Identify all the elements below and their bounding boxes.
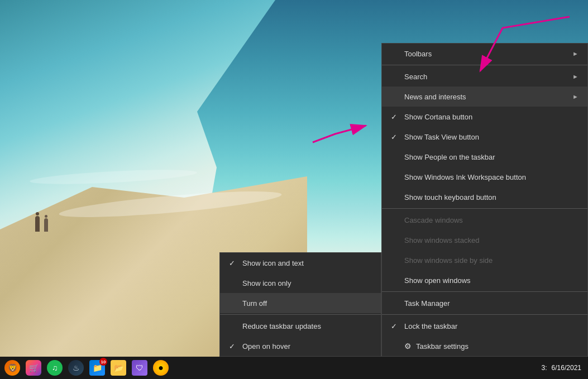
check-lock: ✓ bbox=[391, 322, 402, 330]
submenu-arrow-toolbars: ► bbox=[572, 50, 579, 57]
spotify-icon: ♫ bbox=[47, 360, 63, 376]
menu-item-stacked: Show windows stacked bbox=[382, 230, 587, 250]
submenu-item-open-hover[interactable]: ✓ Open on hover bbox=[220, 336, 381, 356]
check-placeholder bbox=[391, 50, 402, 58]
submenu-item-show-icon-only[interactable]: Show icon only bbox=[220, 273, 381, 293]
check-placeholder bbox=[391, 216, 402, 224]
taskbar-date: 6/16/2021 bbox=[552, 364, 581, 372]
check-placeholder bbox=[391, 173, 402, 181]
menu-item-toolbars[interactable]: Toolbars ► bbox=[382, 44, 587, 64]
taskbar-explorer[interactable]: 📂 bbox=[108, 358, 128, 378]
check-placeholder bbox=[391, 73, 402, 81]
menu-item-open-windows[interactable]: Show open windows bbox=[382, 270, 587, 290]
taskbar-brave[interactable]: 🦁 bbox=[2, 358, 22, 378]
menu-item-task-manager[interactable]: Task Manager bbox=[382, 293, 587, 313]
coin-icon: ● bbox=[153, 360, 169, 376]
menu-label-lock: Lock the taskbar bbox=[404, 322, 457, 330]
check-hover: ✓ bbox=[229, 342, 240, 351]
menu-label-touch-keyboard: Show touch keyboard button bbox=[404, 193, 496, 202]
taskbar-steam[interactable]: ♨ bbox=[66, 358, 86, 378]
menu-item-touch-keyboard[interactable]: Show touch keyboard button bbox=[382, 187, 587, 207]
brave-icon: 🦁 bbox=[4, 360, 20, 376]
taskbar: 🦁 🛒 ♫ ♨ 📁 10 📂 🛡 ● 3: 6/16/2021 bbox=[0, 357, 588, 379]
check-placeholder bbox=[391, 256, 402, 265]
check-cortana: ✓ bbox=[391, 113, 402, 121]
gear-icon: ⚙ bbox=[404, 342, 412, 351]
menu-item-lock-taskbar[interactable]: ✓ Lock the taskbar bbox=[382, 316, 587, 336]
check-placeholder bbox=[391, 236, 402, 244]
menu-item-side-by-side: Show windows side by side bbox=[382, 250, 587, 270]
sub-separator-1 bbox=[220, 314, 381, 315]
menu-item-cascade: Cascade windows bbox=[382, 210, 587, 230]
menu-label-task-manager: Task Manager bbox=[404, 299, 450, 308]
menu-item-people-taskbar[interactable]: Show People on the taskbar bbox=[382, 147, 587, 167]
check-placeholder bbox=[229, 279, 240, 287]
taskbar-context-menu: Toolbars ► Search ► News and interests ►… bbox=[381, 43, 588, 357]
menu-item-taskbar-settings[interactable]: ⚙ Taskbar settings bbox=[382, 336, 587, 356]
check-icon-text: ✓ bbox=[229, 259, 240, 267]
menu-label-taskbar-settings: Taskbar settings bbox=[416, 342, 469, 351]
check-placeholder bbox=[391, 93, 402, 101]
taskbar-right: 3: 6/16/2021 bbox=[542, 364, 586, 372]
check-placeholder bbox=[229, 322, 240, 330]
steam-icon: ♨ bbox=[68, 360, 84, 376]
taskbar-store[interactable]: 🛒 bbox=[23, 358, 44, 378]
menu-label-cortana: Show Cortana button bbox=[404, 113, 472, 121]
separator-1 bbox=[382, 65, 587, 65]
submenu-item-turn-off[interactable]: Turn off bbox=[220, 293, 381, 313]
taskbar-files[interactable]: 📁 10 bbox=[87, 358, 107, 378]
submenu-label-reduce-updates: Reduce taskbar updates bbox=[242, 322, 321, 330]
menu-label-taskview: Show Task View button bbox=[404, 133, 479, 141]
taskbar-spotify[interactable]: ♫ bbox=[45, 358, 65, 378]
menu-item-search[interactable]: Search ► bbox=[382, 66, 587, 87]
menu-item-news-interests[interactable]: News and interests ► bbox=[382, 87, 587, 107]
news-interests-submenu: ✓ Show icon and text Show icon only Turn… bbox=[219, 252, 381, 357]
submenu-arrow-search: ► bbox=[572, 73, 579, 80]
menu-label-stacked: Show windows stacked bbox=[404, 236, 479, 244]
submenu-label-open-hover: Open on hover bbox=[242, 342, 290, 351]
separator-3 bbox=[382, 291, 587, 292]
menu-label-search: Search bbox=[404, 73, 427, 81]
taskbar-coin[interactable]: ● bbox=[151, 358, 171, 378]
menu-item-task-view[interactable]: ✓ Show Task View button bbox=[382, 127, 587, 147]
check-placeholder bbox=[391, 299, 402, 308]
submenu-label-icon-text: Show icon and text bbox=[242, 259, 304, 267]
check-placeholder bbox=[391, 153, 402, 161]
submenu-item-reduce-updates[interactable]: Reduce taskbar updates bbox=[220, 316, 381, 336]
check-placeholder bbox=[229, 299, 240, 308]
separator-2 bbox=[382, 208, 587, 209]
menu-label-cascade: Cascade windows bbox=[404, 216, 463, 224]
files-icon: 📁 10 bbox=[89, 360, 105, 376]
taskbar-vpn[interactable]: 🛡 bbox=[130, 358, 150, 378]
files-badge: 10 bbox=[99, 358, 107, 366]
store-icon: 🛒 bbox=[26, 360, 41, 376]
menu-label-ink: Show Windows Ink Workspace button bbox=[404, 173, 526, 181]
vpn-icon: 🛡 bbox=[132, 360, 147, 376]
menu-label-toolbars: Toolbars bbox=[404, 50, 432, 58]
submenu-label-icon-only: Show icon only bbox=[242, 279, 291, 287]
taskbar-time: 3: bbox=[542, 364, 547, 372]
check-taskview: ✓ bbox=[391, 133, 402, 141]
folder-icon: 📂 bbox=[111, 360, 126, 376]
check-placeholder bbox=[391, 342, 402, 351]
submenu-arrow-news: ► bbox=[572, 93, 579, 100]
menu-label-open-windows: Show open windows bbox=[404, 276, 471, 285]
menu-item-windows-ink[interactable]: Show Windows Ink Workspace button bbox=[382, 167, 587, 187]
submenu-label-turn-off: Turn off bbox=[242, 299, 267, 308]
check-placeholder bbox=[391, 193, 402, 202]
submenu-item-show-icon-text[interactable]: ✓ Show icon and text bbox=[220, 253, 381, 273]
menu-label-news-interests: News and interests bbox=[404, 93, 466, 101]
menu-item-show-cortana[interactable]: ✓ Show Cortana button bbox=[382, 107, 587, 127]
separator-4 bbox=[382, 314, 587, 315]
check-placeholder bbox=[391, 276, 402, 285]
menu-label-side-by-side: Show windows side by side bbox=[404, 256, 493, 265]
menu-label-people: Show People on the taskbar bbox=[404, 153, 495, 161]
